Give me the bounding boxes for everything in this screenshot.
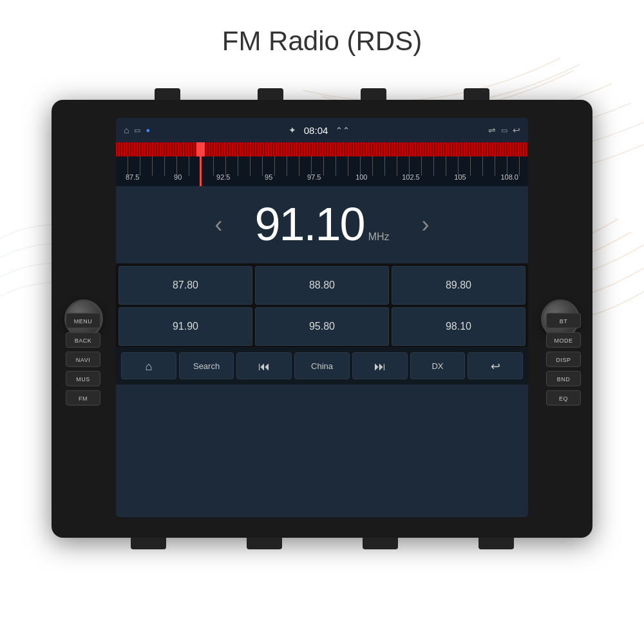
status-time: 08:04 [304,125,328,136]
status-center: ✦ 08:04 ⌃⌃ [289,125,350,136]
mount-tab-bottom [478,538,514,549]
preset-3[interactable]: 89.80 [392,266,526,305]
freq-label-100: 100 [355,173,367,181]
left-button-panel: MENU BACK NAVI MUS FM [66,313,100,406]
eq-button[interactable]: EQ [546,390,581,406]
mount-tab-bottom [363,538,398,549]
status-right: ⇌ ▭ ↩ [488,125,520,135]
mus-button[interactable]: MUS [66,371,100,386]
search-button[interactable]: Search [179,352,234,379]
disp-button[interactable]: DISP [546,352,581,367]
freq-bar-red [116,142,528,156]
preset-4[interactable]: 91.90 [118,307,252,346]
menu-button[interactable]: MENU [66,313,100,328]
freq-label-1025: 102.5 [402,173,420,181]
freq-label-90: 90 [174,173,182,181]
freq-next-button[interactable]: › [409,205,442,245]
back-button[interactable]: BACK [66,332,100,348]
freq-numbers: 87.5 90 92.5 95 97.5 100 102.5 105 108.0 [116,173,528,181]
freq-label-875: 87.5 [126,173,139,181]
right-button-panel: BT MODE DISP BND EQ [546,313,581,406]
preset-1[interactable]: 87.80 [118,266,252,305]
toolbar-back-button[interactable]: ↩ [468,352,523,379]
frequency-scale: 87.5 90 92.5 95 97.5 100 102.5 105 108.0 [116,142,528,186]
prev-icon: ⏮ [258,360,270,373]
back-toolbar-icon: ↩ [491,360,500,373]
page-title: FM Radio (RDS) [0,26,644,57]
mode-button[interactable]: MODE [546,332,581,348]
freq-label-975: 97.5 [307,173,321,181]
screen: ⌂ ▭ ● ✦ 08:04 ⌃⌃ ⇌ ▭ ↩ 87.5 90 92 [116,118,528,517]
mount-tab [361,88,386,100]
status-left: ⌂ ▭ ● [124,125,150,135]
freq-unit: MHz [368,231,390,243]
mount-tab [258,88,283,100]
main-frequency-display: ‹ 91.10 MHz › [116,186,528,263]
freq-label-108: 108.0 [500,173,518,181]
mount-tab-bottom [247,538,282,549]
bnd-button[interactable]: BND [546,371,581,386]
mount-tabs-bottom [52,538,592,549]
freq-value: 91.10 [254,198,364,251]
mount-tabs-top [52,88,592,100]
region-button[interactable]: China [294,352,350,379]
chevron-icon: ⌃⌃ [336,126,350,135]
next-track-button[interactable]: ⏭ [352,352,408,379]
home-toolbar-icon: ⌂ [145,360,152,373]
arrows-icon: ⇌ [488,125,496,135]
preset-6[interactable]: 98.10 [392,307,526,346]
back-icon: ↩ [513,125,520,135]
screen-icon: ▭ [134,126,140,135]
status-bar: ⌂ ▭ ● ✦ 08:04 ⌃⌃ ⇌ ▭ ↩ [116,118,528,142]
home-icon: ⌂ [124,125,129,135]
navi-button[interactable]: NAVI [66,352,100,367]
prev-track-button[interactable]: ⏮ [236,352,292,379]
fm-button[interactable]: FM [66,390,100,406]
dx-button[interactable]: DX [410,352,466,379]
bottom-toolbar: ⌂ Search ⏮ China ⏭ DX ↩ [116,347,528,384]
screen2-icon: ▭ [501,126,507,135]
mount-tab [464,88,489,100]
freq-display: 91.10 MHz [254,198,389,252]
preset-5[interactable]: 95.80 [255,307,389,346]
mount-tab [155,88,180,100]
preset-2[interactable]: 88.80 [255,266,389,305]
wifi-icon: ● [146,126,150,134]
bluetooth-icon: ✦ [289,125,296,135]
freq-prev-button[interactable]: ‹ [202,205,235,245]
freq-label-95: 95 [265,173,272,181]
freq-label-105: 105 [454,173,466,181]
home-toolbar-button[interactable]: ⌂ [121,352,176,379]
next-icon: ⏭ [374,360,386,373]
mount-tab-bottom [131,538,166,549]
radio-unit: MENU BACK NAVI MUS FM BT MODE DISP BND E… [52,100,592,538]
freq-label-925: 92.5 [216,173,230,181]
presets-grid: 87.80 88.80 89.80 91.90 95.80 98.10 [116,263,528,347]
bt-button[interactable]: BT [546,313,581,328]
